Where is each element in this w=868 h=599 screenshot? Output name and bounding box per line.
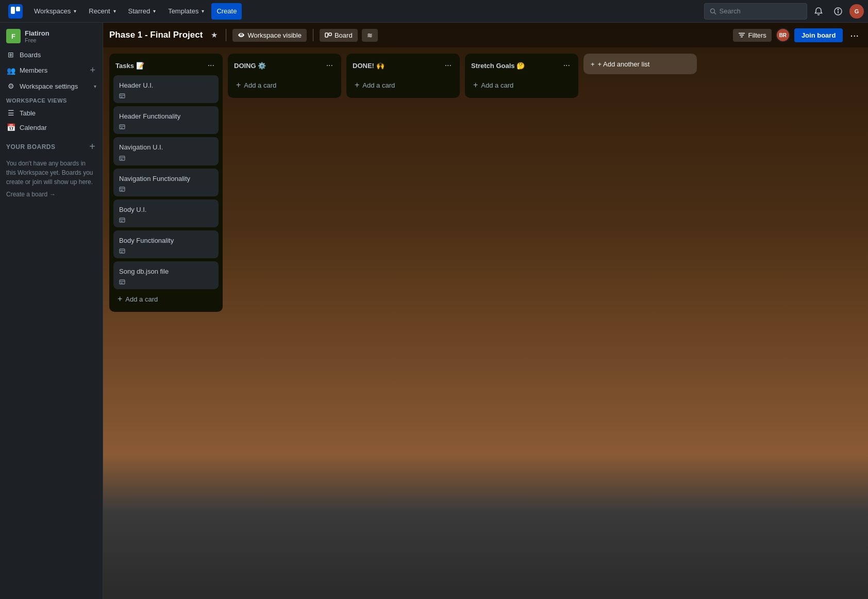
create-board-link[interactable]: Create a board → (0, 189, 103, 200)
workspace-icon: F (6, 29, 21, 43)
list-header: DOING ⚙️ ··· (232, 59, 337, 75)
card-nav-func[interactable]: Navigation Functionality (113, 169, 219, 196)
templates-menu-button[interactable]: Templates ▾ (163, 3, 209, 20)
app-layout: F Flatiron Free ⊞ Boards 👥 Members + ⚙ W… (0, 23, 868, 599)
board-header-bar: Phase 1 - Final Project ★ Workspace visi… (103, 23, 868, 47)
customize-button[interactable]: ≋ (362, 29, 378, 42)
sidebar-item-boards[interactable]: ⊞ Boards (0, 47, 103, 62)
search-input[interactable] (720, 7, 802, 15)
bell-icon (814, 7, 823, 16)
workspaces-menu-button[interactable]: Workspaces ▾ (29, 3, 81, 20)
svg-point-8 (241, 35, 242, 36)
list-header: Stretch Goals 🤔 ··· (469, 59, 574, 75)
create-button[interactable]: Create (211, 3, 242, 20)
trello-logo-icon (8, 4, 23, 19)
list-header: Tasks 📝 ··· (113, 59, 219, 75)
table-icon: ☰ (6, 109, 15, 117)
svg-rect-2 (16, 7, 20, 11)
card-song-db[interactable]: Song db.json file (113, 261, 219, 289)
card-title: Navigation Functionality (119, 174, 213, 184)
card-icons (119, 156, 213, 162)
add-board-button[interactable]: + (88, 141, 96, 153)
attachment-icon (119, 124, 125, 130)
card-icons (119, 279, 213, 286)
topbar-right-actions: G (704, 3, 864, 20)
card-title: Header Functionality (119, 112, 213, 121)
board-more-options-button[interactable]: ··· (847, 27, 862, 43)
sidebar-item-workspace-settings[interactable]: ⚙ Workspace settings ▾ (0, 79, 103, 93)
info-icon (833, 7, 843, 16)
board-outer: Phase 1 - Final Project ★ Workspace visi… (103, 23, 868, 599)
filters-button[interactable]: Filters (733, 29, 771, 42)
list-menu-button[interactable]: ··· (443, 60, 454, 71)
join-board-button[interactable]: Join board (794, 28, 843, 42)
chevron-down-icon: ▾ (153, 8, 156, 14)
boards-icon: ⊞ (6, 51, 15, 59)
card-icons (119, 124, 213, 130)
card-body-func[interactable]: Body Functionality (113, 230, 219, 258)
card-header-func[interactable]: Header Functionality (113, 106, 219, 134)
card-icons (119, 218, 213, 224)
plus-icon: + (591, 60, 595, 68)
list-title: Tasks 📝 (115, 62, 144, 70)
card-nav-ui[interactable]: Navigation U.I. (113, 137, 219, 165)
add-member-button[interactable]: + (89, 65, 96, 76)
svg-rect-20 (120, 156, 125, 160)
attachment-icon (119, 248, 125, 255)
plus-icon: + (473, 80, 478, 90)
star-board-button[interactable]: ★ (209, 28, 220, 42)
add-card-button[interactable]: + Add a card (232, 77, 337, 93)
card-title: Header U.I. (119, 81, 213, 90)
card-title: Body Functionality (119, 236, 213, 245)
settings-icon: ⚙ (6, 82, 15, 90)
board-main-area: Phase 1 - Final Project ★ Workspace visi… (103, 23, 868, 599)
card-header-ui[interactable]: Header U.I. (113, 75, 219, 103)
your-boards-label: Your boards (6, 143, 88, 151)
starred-menu-button[interactable]: Starred ▾ (123, 3, 161, 20)
svg-rect-0 (8, 4, 23, 19)
sidebar-item-members[interactable]: 👥 Members + (0, 62, 103, 79)
list-menu-button[interactable]: ··· (561, 60, 572, 71)
card-icons (119, 93, 213, 99)
workspace-header[interactable]: F Flatiron Free (0, 23, 103, 47)
svg-rect-23 (120, 187, 125, 191)
sidebar-item-calendar[interactable]: 📅 Calendar (0, 120, 103, 135)
svg-rect-32 (120, 280, 125, 284)
members-icon: 👥 (6, 66, 15, 75)
search-icon (710, 8, 716, 15)
workspace-views-label: Workspace views (0, 93, 103, 106)
chevron-down-icon: ▾ (74, 8, 76, 14)
list-doing: DOING ⚙️ ··· + Add a card (228, 54, 341, 98)
add-card-button[interactable]: + Add a card (350, 77, 456, 93)
workspace-visible-button[interactable]: Workspace visible (232, 29, 307, 42)
workspace-info: Flatiron Free (25, 29, 49, 43)
add-card-button[interactable]: + Add a card (113, 291, 219, 307)
user-avatar[interactable]: G (849, 4, 864, 19)
trello-logo[interactable] (4, 4, 27, 19)
sidebar-item-label: Calendar (20, 124, 47, 131)
svg-rect-17 (120, 125, 125, 129)
sidebar-item-table[interactable]: ☰ Table (0, 106, 103, 120)
list-title: Stretch Goals 🤔 (471, 62, 525, 70)
svg-rect-10 (329, 33, 331, 36)
list-menu-button[interactable]: ··· (324, 60, 335, 71)
sidebar-item-label: Boards (20, 51, 41, 59)
list-title: DONE! 🙌 (353, 62, 385, 70)
add-list-button[interactable]: + + Add another list (583, 54, 697, 74)
board-icon (325, 31, 332, 39)
search-bar[interactable] (704, 3, 807, 20)
board-view-button[interactable]: Board (320, 29, 358, 42)
card-body-ui[interactable]: Body U.I. (113, 199, 219, 227)
card-icons (119, 187, 213, 193)
no-boards-message: You don't have any boards in this Worksp… (0, 155, 103, 189)
workspace-name: Flatiron (25, 29, 49, 37)
add-card-button[interactable]: + Add a card (469, 77, 574, 93)
list-menu-button[interactable]: ··· (206, 60, 216, 71)
info-button[interactable] (830, 3, 846, 20)
member-avatar[interactable]: BR (776, 28, 790, 42)
eye-icon (238, 31, 245, 39)
recent-menu-button[interactable]: Recent ▾ (84, 3, 121, 20)
list-done: DONE! 🙌 ··· + Add a card (346, 54, 460, 98)
notifications-button[interactable] (810, 3, 827, 20)
svg-rect-9 (325, 33, 328, 37)
